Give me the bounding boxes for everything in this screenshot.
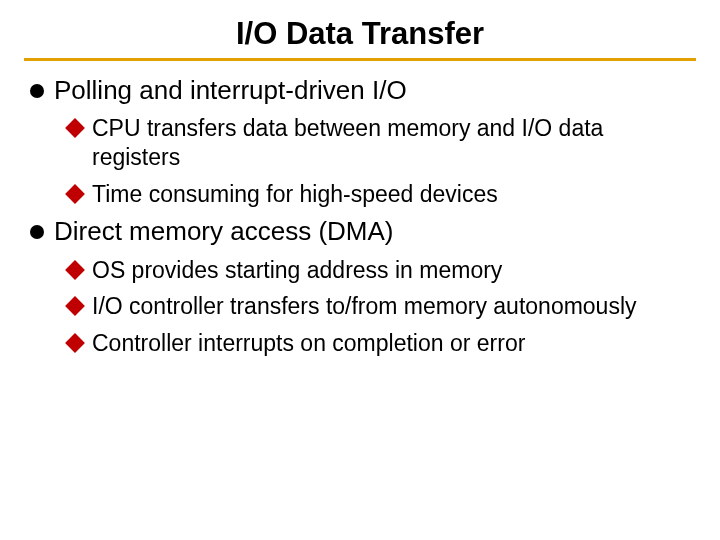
list-item: CPU transfers data between memory and I/… — [68, 114, 696, 172]
diamond-icon — [65, 260, 85, 280]
list-item-label: Time consuming for high-speed devices — [92, 180, 696, 209]
disc-icon — [30, 84, 44, 98]
diamond-icon — [65, 333, 85, 353]
diamond-icon — [65, 296, 85, 316]
list-item-label: Direct memory access (DMA) — [54, 216, 696, 247]
list-item-label: CPU transfers data between memory and I/… — [92, 114, 696, 172]
list-item: Direct memory access (DMA) — [30, 216, 696, 247]
diamond-icon — [65, 118, 85, 138]
list-item: I/O controller transfers to/from memory … — [68, 292, 696, 321]
list-item-label: Polling and interrupt-driven I/O — [54, 75, 696, 106]
title-rule — [24, 58, 696, 61]
list-item-label: Controller interrupts on completion or e… — [92, 329, 696, 358]
list-item-label: I/O controller transfers to/from memory … — [92, 292, 696, 321]
slide-title: I/O Data Transfer — [24, 12, 696, 58]
disc-icon — [30, 225, 44, 239]
list-item-label: OS provides starting address in memory — [92, 256, 696, 285]
list-item: Polling and interrupt-driven I/O — [30, 75, 696, 106]
list-item: Controller interrupts on completion or e… — [68, 329, 696, 358]
list-item: Time consuming for high-speed devices — [68, 180, 696, 209]
diamond-icon — [65, 184, 85, 204]
list-item: OS provides starting address in memory — [68, 256, 696, 285]
slide: I/O Data Transfer Polling and interrupt-… — [0, 0, 720, 540]
